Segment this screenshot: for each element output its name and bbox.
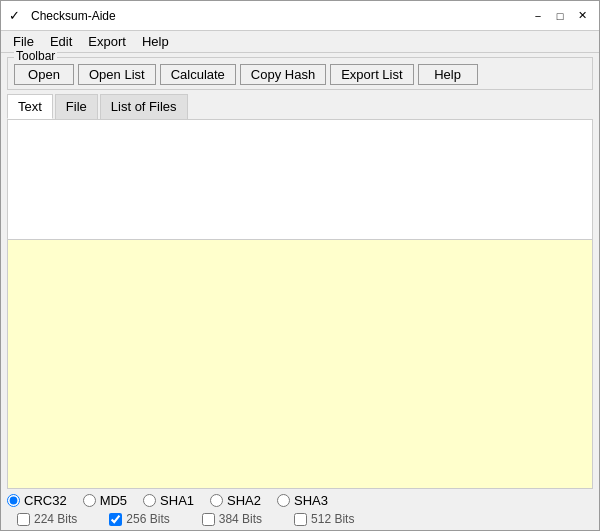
app-icon: ✓ bbox=[9, 8, 25, 24]
app-title: Checksum-Aide bbox=[31, 9, 116, 23]
checkbox-224bits[interactable]: 224 Bits bbox=[17, 512, 77, 526]
tabs-container: Text File List of Files bbox=[7, 94, 593, 489]
algorithm-radio-row: CRC32 MD5 SHA1 SHA2 SHA3 bbox=[7, 493, 593, 508]
title-controls: − □ ✕ bbox=[529, 7, 591, 25]
export-list-button[interactable]: Export List bbox=[330, 64, 413, 85]
minimize-button[interactable]: − bbox=[529, 7, 547, 25]
open-button[interactable]: Open bbox=[14, 64, 74, 85]
text-input[interactable] bbox=[8, 120, 592, 240]
close-button[interactable]: ✕ bbox=[573, 7, 591, 25]
toolbar-buttons: Open Open List Calculate Copy Hash Expor… bbox=[14, 64, 586, 85]
tab-content bbox=[7, 119, 593, 489]
title-bar-left: ✓ Checksum-Aide bbox=[9, 8, 116, 24]
tab-text[interactable]: Text bbox=[7, 94, 53, 119]
menu-bar: File Edit Export Help bbox=[1, 31, 599, 53]
radio-sha3[interactable]: SHA3 bbox=[277, 493, 328, 508]
calculate-button[interactable]: Calculate bbox=[160, 64, 236, 85]
toolbar-legend: Toolbar bbox=[14, 49, 57, 63]
hash-output bbox=[8, 240, 592, 488]
title-bar: ✓ Checksum-Aide − □ ✕ bbox=[1, 1, 599, 31]
checkbox-256bits[interactable]: 256 Bits bbox=[109, 512, 169, 526]
tab-file[interactable]: File bbox=[55, 94, 98, 119]
help-button[interactable]: Help bbox=[418, 64, 478, 85]
open-list-button[interactable]: Open List bbox=[78, 64, 156, 85]
tab-list-of-files[interactable]: List of Files bbox=[100, 94, 188, 119]
radio-sha2[interactable]: SHA2 bbox=[210, 493, 261, 508]
checkbox-512bits[interactable]: 512 Bits bbox=[294, 512, 354, 526]
tab-bar: Text File List of Files bbox=[7, 94, 593, 119]
maximize-button[interactable]: □ bbox=[551, 7, 569, 25]
checkbox-384bits[interactable]: 384 Bits bbox=[202, 512, 262, 526]
radio-md5[interactable]: MD5 bbox=[83, 493, 127, 508]
radio-sha1[interactable]: SHA1 bbox=[143, 493, 194, 508]
bottom-options: CRC32 MD5 SHA1 SHA2 SHA3 224 Bits 256 Bi… bbox=[7, 493, 593, 526]
menu-help[interactable]: Help bbox=[134, 32, 177, 51]
menu-export[interactable]: Export bbox=[80, 32, 134, 51]
main-window: ✓ Checksum-Aide − □ ✕ File Edit Export H… bbox=[0, 0, 600, 531]
toolbar: Toolbar Open Open List Calculate Copy Ha… bbox=[7, 57, 593, 90]
copy-hash-button[interactable]: Copy Hash bbox=[240, 64, 326, 85]
radio-crc32[interactable]: CRC32 bbox=[7, 493, 67, 508]
bits-checkbox-row: 224 Bits 256 Bits 384 Bits 512 Bits bbox=[7, 512, 593, 526]
